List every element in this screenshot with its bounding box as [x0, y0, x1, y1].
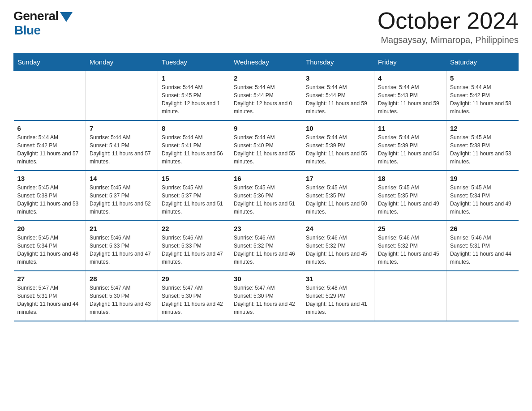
header-cell-friday: Friday: [374, 54, 446, 71]
day-number: 9: [234, 124, 298, 132]
calendar-cell: [86, 71, 158, 121]
day-info: Sunrise: 5:45 AMSunset: 5:34 PMDaylight:…: [17, 234, 82, 266]
calendar-cell: 22Sunrise: 5:46 AMSunset: 5:33 PMDayligh…: [158, 221, 230, 271]
calendar-cell: 23Sunrise: 5:46 AMSunset: 5:32 PMDayligh…: [230, 221, 302, 271]
calendar-week-3: 13Sunrise: 5:45 AMSunset: 5:38 PMDayligh…: [14, 171, 519, 221]
calendar-week-4: 20Sunrise: 5:45 AMSunset: 5:34 PMDayligh…: [14, 221, 519, 271]
calendar-cell: 31Sunrise: 5:48 AMSunset: 5:29 PMDayligh…: [302, 271, 374, 321]
day-info: Sunrise: 5:46 AMSunset: 5:33 PMDaylight:…: [162, 234, 226, 266]
calendar-cell: 16Sunrise: 5:45 AMSunset: 5:36 PMDayligh…: [230, 171, 302, 221]
day-info: Sunrise: 5:47 AMSunset: 5:30 PMDaylight:…: [90, 284, 154, 316]
calendar-cell: 20Sunrise: 5:45 AMSunset: 5:34 PMDayligh…: [14, 221, 86, 271]
logo-blue-text: Blue: [14, 23, 41, 38]
calendar-body: 1Sunrise: 5:44 AMSunset: 5:45 PMDaylight…: [14, 71, 519, 321]
day-info: Sunrise: 5:44 AMSunset: 5:44 PMDaylight:…: [306, 83, 370, 116]
calendar-cell: [14, 71, 86, 121]
day-info: Sunrise: 5:44 AMSunset: 5:40 PMDaylight:…: [234, 133, 298, 166]
day-info: Sunrise: 5:46 AMSunset: 5:31 PMDaylight:…: [450, 234, 515, 266]
day-number: 29: [162, 275, 226, 283]
day-info: Sunrise: 5:45 AMSunset: 5:34 PMDaylight:…: [450, 184, 515, 216]
calendar-cell: 4Sunrise: 5:44 AMSunset: 5:43 PMDaylight…: [374, 71, 446, 121]
day-info: Sunrise: 5:46 AMSunset: 5:32 PMDaylight:…: [234, 234, 298, 266]
day-info: Sunrise: 5:46 AMSunset: 5:32 PMDaylight:…: [378, 234, 442, 266]
calendar-cell: 2Sunrise: 5:44 AMSunset: 5:44 PMDaylight…: [230, 71, 302, 121]
day-number: 27: [17, 275, 82, 283]
calendar-cell: 24Sunrise: 5:46 AMSunset: 5:32 PMDayligh…: [302, 221, 374, 271]
calendar-cell: 7Sunrise: 5:44 AMSunset: 5:41 PMDaylight…: [86, 120, 158, 171]
calendar-cell: [374, 271, 446, 321]
day-number: 2: [234, 74, 298, 82]
day-info: Sunrise: 5:45 AMSunset: 5:38 PMDaylight:…: [17, 184, 82, 216]
day-number: 3: [306, 74, 370, 82]
day-info: Sunrise: 5:46 AMSunset: 5:32 PMDaylight:…: [306, 234, 370, 266]
calendar-week-1: 1Sunrise: 5:44 AMSunset: 5:45 PMDaylight…: [14, 71, 519, 121]
header-cell-saturday: Saturday: [446, 54, 519, 71]
day-info: Sunrise: 5:45 AMSunset: 5:38 PMDaylight:…: [450, 133, 515, 166]
day-number: 8: [162, 124, 226, 132]
logo-general-text: General: [13, 9, 59, 23]
header-cell-sunday: Sunday: [14, 54, 86, 71]
calendar-cell: [446, 271, 519, 321]
calendar-cell: 8Sunrise: 5:44 AMSunset: 5:41 PMDaylight…: [158, 120, 230, 171]
day-number: 23: [234, 225, 298, 232]
calendar-cell: 5Sunrise: 5:44 AMSunset: 5:42 PMDaylight…: [446, 71, 519, 121]
logo-triangle-icon: [60, 12, 73, 22]
calendar-cell: 1Sunrise: 5:44 AMSunset: 5:45 PMDaylight…: [158, 71, 230, 121]
day-number: 7: [90, 124, 154, 132]
day-info: Sunrise: 5:44 AMSunset: 5:41 PMDaylight:…: [162, 133, 226, 166]
day-number: 5: [450, 74, 515, 82]
calendar-cell: 21Sunrise: 5:46 AMSunset: 5:33 PMDayligh…: [86, 221, 158, 271]
calendar-cell: 19Sunrise: 5:45 AMSunset: 5:34 PMDayligh…: [446, 171, 519, 221]
day-info: Sunrise: 5:47 AMSunset: 5:31 PMDaylight:…: [17, 284, 82, 316]
calendar-cell: 29Sunrise: 5:47 AMSunset: 5:30 PMDayligh…: [158, 271, 230, 321]
day-number: 6: [17, 124, 82, 132]
day-info: Sunrise: 5:45 AMSunset: 5:37 PMDaylight:…: [162, 184, 226, 216]
day-info: Sunrise: 5:47 AMSunset: 5:30 PMDaylight:…: [162, 284, 226, 316]
logo: General Blue: [13, 9, 73, 38]
calendar-cell: 28Sunrise: 5:47 AMSunset: 5:30 PMDayligh…: [86, 271, 158, 321]
day-number: 1: [162, 74, 226, 82]
header-cell-wednesday: Wednesday: [230, 54, 302, 71]
day-number: 20: [17, 225, 82, 232]
day-info: Sunrise: 5:44 AMSunset: 5:39 PMDaylight:…: [306, 133, 370, 166]
calendar-cell: 18Sunrise: 5:45 AMSunset: 5:35 PMDayligh…: [374, 171, 446, 221]
page-header: General Blue October 2024 Magsaysay, Mim…: [13, 9, 519, 45]
day-number: 26: [450, 225, 515, 232]
day-info: Sunrise: 5:45 AMSunset: 5:35 PMDaylight:…: [378, 184, 442, 216]
calendar-cell: 11Sunrise: 5:44 AMSunset: 5:39 PMDayligh…: [374, 120, 446, 171]
calendar-cell: 25Sunrise: 5:46 AMSunset: 5:32 PMDayligh…: [374, 221, 446, 271]
day-info: Sunrise: 5:45 AMSunset: 5:37 PMDaylight:…: [90, 184, 154, 216]
day-info: Sunrise: 5:48 AMSunset: 5:29 PMDaylight:…: [306, 284, 370, 316]
day-info: Sunrise: 5:44 AMSunset: 5:41 PMDaylight:…: [90, 133, 154, 166]
day-number: 15: [162, 175, 226, 182]
day-info: Sunrise: 5:45 AMSunset: 5:35 PMDaylight:…: [306, 184, 370, 216]
header-cell-tuesday: Tuesday: [158, 54, 230, 71]
day-info: Sunrise: 5:44 AMSunset: 5:42 PMDaylight:…: [17, 133, 82, 166]
day-number: 14: [90, 175, 154, 182]
calendar-cell: 12Sunrise: 5:45 AMSunset: 5:38 PMDayligh…: [446, 120, 519, 171]
calendar-week-2: 6Sunrise: 5:44 AMSunset: 5:42 PMDaylight…: [14, 120, 519, 171]
calendar-cell: 9Sunrise: 5:44 AMSunset: 5:40 PMDaylight…: [230, 120, 302, 171]
day-number: 21: [90, 225, 154, 232]
day-number: 31: [306, 275, 370, 283]
calendar-cell: 17Sunrise: 5:45 AMSunset: 5:35 PMDayligh…: [302, 171, 374, 221]
header-cell-monday: Monday: [86, 54, 158, 71]
calendar-cell: 13Sunrise: 5:45 AMSunset: 5:38 PMDayligh…: [14, 171, 86, 221]
day-info: Sunrise: 5:44 AMSunset: 5:45 PMDaylight:…: [162, 83, 226, 116]
day-info: Sunrise: 5:44 AMSunset: 5:42 PMDaylight:…: [450, 83, 515, 116]
title-section: October 2024 Magsaysay, Mimaropa, Philip…: [378, 9, 519, 45]
day-number: 17: [306, 175, 370, 182]
calendar-cell: 26Sunrise: 5:46 AMSunset: 5:31 PMDayligh…: [446, 221, 519, 271]
day-number: 30: [234, 275, 298, 283]
day-number: 22: [162, 225, 226, 232]
day-number: 18: [378, 175, 442, 182]
day-number: 16: [234, 175, 298, 182]
header-row: SundayMondayTuesdayWednesdayThursdayFrid…: [14, 54, 519, 71]
calendar-cell: 3Sunrise: 5:44 AMSunset: 5:44 PMDaylight…: [302, 71, 374, 121]
day-number: 11: [378, 124, 442, 132]
calendar-cell: 15Sunrise: 5:45 AMSunset: 5:37 PMDayligh…: [158, 171, 230, 221]
day-number: 24: [306, 225, 370, 232]
calendar-cell: 6Sunrise: 5:44 AMSunset: 5:42 PMDaylight…: [14, 120, 86, 171]
day-info: Sunrise: 5:44 AMSunset: 5:39 PMDaylight:…: [378, 133, 442, 166]
calendar-cell: 14Sunrise: 5:45 AMSunset: 5:37 PMDayligh…: [86, 171, 158, 221]
